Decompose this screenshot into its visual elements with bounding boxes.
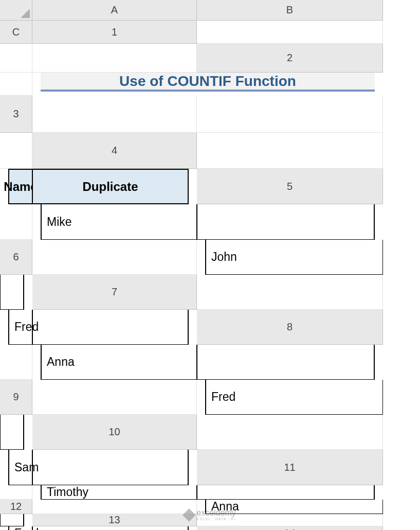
cell-a11[interactable] — [0, 485, 32, 500]
cell-b3[interactable] — [197, 96, 383, 133]
row-header-6[interactable]: 6 — [0, 240, 32, 275]
cell-c3[interactable] — [0, 133, 32, 169]
cell-a7[interactable] — [197, 275, 383, 310]
table-row[interactable]: Sam — [8, 450, 32, 485]
cell-a4[interactable] — [197, 133, 383, 169]
table-row[interactable] — [32, 450, 189, 485]
cell-a12[interactable] — [32, 500, 197, 514]
row-header-13[interactable]: 13 — [32, 514, 197, 526]
col-header-b[interactable]: B — [197, 0, 383, 21]
row-header-3[interactable]: 3 — [0, 96, 32, 133]
cell-a10[interactable] — [197, 415, 383, 450]
watermark-tagline: EXCEL · DATA · BI — [196, 517, 235, 521]
row-header-11[interactable]: 11 — [197, 450, 383, 485]
row-header-12[interactable]: 12 — [0, 500, 32, 514]
row-header-5[interactable]: 5 — [197, 169, 383, 204]
table-row[interactable]: Mike — [41, 204, 197, 240]
cell-a8[interactable] — [0, 345, 32, 380]
col-header-a[interactable]: A — [32, 0, 197, 21]
cell-a3[interactable] — [32, 96, 197, 133]
table-row[interactable]: Anna — [41, 345, 197, 380]
page-title[interactable]: Use of COUNTIF Function — [41, 73, 375, 92]
cell-b1[interactable] — [0, 44, 32, 73]
select-all-corner[interactable] — [0, 0, 32, 21]
watermark: exceldemy EXCEL · DATA · BI — [184, 509, 235, 521]
table-row[interactable] — [0, 275, 24, 310]
table-row[interactable] — [197, 204, 375, 240]
row-header-2[interactable]: 2 — [197, 44, 383, 73]
cell-a5[interactable] — [0, 204, 32, 240]
table-row[interactable]: Timothy — [41, 485, 197, 500]
logo-icon — [182, 508, 195, 521]
watermark-text: exceldemy EXCEL · DATA · BI — [196, 509, 235, 521]
cell-a6[interactable] — [32, 240, 197, 275]
table-row[interactable] — [0, 514, 24, 526]
watermark-brand: exceldemy — [196, 509, 235, 517]
table-row[interactable] — [32, 526, 189, 530]
row-header-7[interactable]: 7 — [32, 275, 197, 310]
table-row[interactable] — [197, 345, 375, 380]
row-header-4[interactable]: 4 — [32, 133, 197, 169]
row-header-8[interactable]: 8 — [197, 310, 383, 345]
row-header-10[interactable]: 10 — [32, 415, 197, 450]
cell-a1[interactable] — [197, 21, 383, 44]
row-header-1[interactable]: 1 — [32, 21, 197, 44]
table-header-name[interactable]: Name — [8, 169, 32, 204]
table-row[interactable]: Fred — [8, 526, 32, 530]
cell-c1[interactable] — [32, 44, 197, 73]
row-header-14[interactable]: 14 — [197, 526, 383, 530]
spreadsheet-grid: A B C 1 2 Use of COUNTIF Function 3 4 Na… — [0, 0, 420, 530]
cell-a2[interactable] — [0, 73, 32, 96]
table-row[interactable]: Fred — [8, 310, 32, 345]
table-row[interactable]: John — [205, 240, 383, 275]
table-row[interactable] — [197, 485, 375, 500]
table-row[interactable]: Fred — [205, 380, 383, 415]
cell-a9[interactable] — [32, 380, 197, 415]
table-header-duplicate[interactable]: Duplicate — [32, 169, 189, 204]
row-header-9[interactable]: 9 — [0, 380, 32, 415]
col-header-c[interactable]: C — [0, 21, 32, 44]
table-row[interactable] — [0, 415, 24, 450]
table-row[interactable] — [32, 310, 189, 345]
